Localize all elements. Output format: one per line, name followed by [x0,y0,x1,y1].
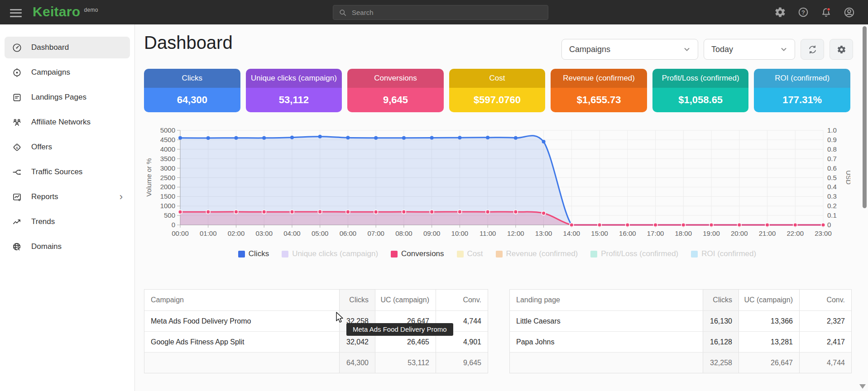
svg-text:17:00: 17:00 [647,229,664,237]
metric-card-label: Clicks [144,69,240,88]
chart-legend: ClicksUnique clicks (campaign)Conversion… [144,249,850,258]
svg-text:04:00: 04:00 [283,229,301,237]
affiliate-icon [12,117,22,128]
topbar: Keitarodemo ? [0,0,868,24]
svg-text:5000: 5000 [160,126,175,134]
legend-label: Clicks [249,249,269,258]
legend-swatch [691,251,698,257]
column-header-clicks[interactable]: Clicks [339,290,375,310]
table-header-row: CampaignClicksUC (campaign)Conv. [144,290,488,310]
column-header-uc-campaign[interactable]: UC (campaign) [375,290,436,310]
legend-item-conversions[interactable]: Conversions [391,249,444,258]
reports-icon [12,192,22,202]
sidebar-item-campaigns[interactable]: Campaigns [5,62,130,83]
svg-text:14:00: 14:00 [563,229,580,237]
svg-text:Volume or %: Volume or % [145,158,153,196]
legend-swatch [391,251,398,257]
table-cell: 2,327 [800,311,851,331]
account-icon[interactable] [843,6,855,19]
table-cell: 4,744 [800,353,851,373]
search-input[interactable] [352,9,543,16]
app-logo[interactable]: Keitarodemo [33,4,98,19]
sidebar-item-landings-pages[interactable]: Landings Pages [5,86,130,108]
logo-text: Keitaro [33,4,80,19]
svg-text:0.4: 0.4 [827,183,837,191]
sidebar-item-dashboard[interactable]: Dashboard [5,37,130,58]
column-header-uc-campaign[interactable]: UC (campaign) [739,290,800,310]
svg-text:0.3: 0.3 [827,192,837,200]
svg-text:0: 0 [827,221,831,229]
legend-swatch [496,251,503,257]
column-header-landing-page[interactable]: Landing page [510,290,703,310]
metric-card-value: 64,300 [144,88,240,112]
legend-item-roi-confirmed[interactable]: ROI (confirmed) [691,249,756,258]
settings-gear-icon[interactable] [774,6,786,19]
landings-icon [12,92,22,103]
table-cell: 2,417 [800,332,851,352]
metric-card-value: $1,058.65 [652,88,749,112]
dashboard-icon [12,43,22,53]
legend-item-cost[interactable]: Cost [457,249,483,258]
svg-text:19:00: 19:00 [703,229,720,237]
metric-card-label: Unique clicks (campaign) [246,69,342,88]
svg-text:2500: 2500 [160,174,175,181]
svg-text:3500: 3500 [160,155,175,162]
sidebar-item-trends[interactable]: Trends [5,211,130,233]
svg-text:21:00: 21:00 [759,229,776,237]
help-icon[interactable]: ? [797,6,809,19]
legend-item-unique-clicks-campaign[interactable]: Unique clicks (campaign) [282,249,378,258]
sidebar-item-label: Dashboard [31,43,69,52]
sidebar-item-offers[interactable]: sOffers [5,136,130,158]
table-row[interactable]: Papa Johns16,12813,2812,417 [510,331,851,352]
date-range-select[interactable]: Today [704,39,795,60]
logo-badge: demo [84,7,98,13]
sidebar-item-domains[interactable]: Domains [5,236,130,257]
chart-settings-button[interactable] [830,39,853,60]
svg-text:3000: 3000 [160,164,175,172]
menu-button[interactable] [10,7,22,19]
screen: Keitarodemo ? DashboardCampaignsLandings… [0,0,868,391]
svg-text:00:00: 00:00 [172,229,189,237]
metric-card-unique-clicks-campaign: Unique clicks (campaign) 53,112 [246,69,342,112]
search-box[interactable] [333,5,548,20]
chevron-right-icon: › [120,192,123,202]
refresh-button[interactable] [801,39,824,60]
column-header-campaign[interactable]: Campaign [144,290,339,310]
legend-item-clicks[interactable]: Clicks [238,249,269,258]
sidebar-item-label: Reports [31,192,58,201]
scroll-down-arrow[interactable] [859,384,866,389]
column-header-conv[interactable]: Conv. [436,290,488,310]
sidebar-item-reports[interactable]: Reports› [5,186,130,208]
metric-card-value: 53,112 [246,88,342,112]
svg-text:11:00: 11:00 [480,229,496,237]
legend-item-profit-loss-confirmed[interactable]: Profit/Loss (confirmed) [590,249,678,258]
metric-card-value: $597.0760 [449,88,546,112]
notifications-bell-icon[interactable] [820,6,832,19]
svg-text:09:00: 09:00 [423,229,441,237]
svg-text:0: 0 [172,221,175,229]
legend-swatch [238,251,245,257]
legend-swatch [457,251,464,257]
table-row[interactable]: Little Caesars16,13013,3662,327 [510,310,851,331]
svg-text:01:00: 01:00 [200,229,217,237]
metric-card-label: Profit/Loss (confirmed) [652,69,749,88]
scrollbar-thumb[interactable] [863,26,867,208]
svg-text:0.9: 0.9 [827,136,837,143]
sidebar-item-traffic-sources[interactable]: Traffic Sources [5,161,130,183]
table-cell [510,353,703,373]
chevron-down-icon [780,46,787,53]
column-header-conv[interactable]: Conv. [800,290,851,310]
legend-item-revenue-confirmed[interactable]: Revenue (confirmed) [496,249,578,258]
grouping-select[interactable]: Campaigns [561,39,698,60]
legend-swatch [590,251,597,257]
column-header-clicks[interactable]: Clicks [703,290,739,310]
metric-card-revenue-confirmed: Revenue (confirmed) $1,655.73 [551,69,647,112]
traffic-icon [12,167,22,177]
sidebar-item-affiliate-networks[interactable]: Affiliate Networks [5,111,130,133]
metric-card-value: 9,645 [347,88,444,112]
svg-text:1000: 1000 [160,202,175,210]
offers-icon: s [12,142,22,153]
metric-card-value: $1,655.73 [551,88,647,112]
svg-text:23:00: 23:00 [815,229,832,237]
date-range-value: Today [711,45,733,54]
